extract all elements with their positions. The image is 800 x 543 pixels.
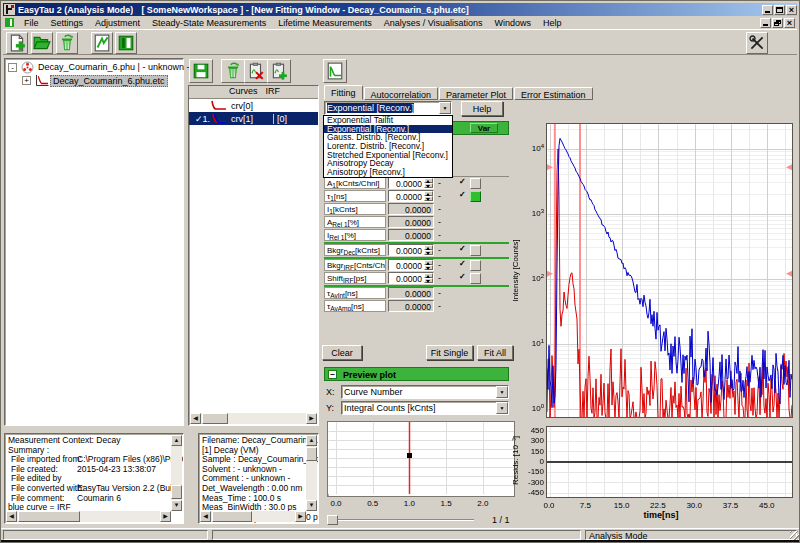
measurement-context-box[interactable]: Measurement Context: DecaySummary :File … [4,433,184,524]
spinner[interactable] [424,260,433,270]
tree-child-label[interactable]: Decay_Coumarin_6.phu.etc [50,75,168,87]
mdi-restore-button[interactable] [772,18,783,28]
curves-list[interactable]: Curves IRF crv[0]✓1.crv[1][0] ◀ ▶ [188,85,319,426]
param-link-button[interactable] [470,245,481,256]
delete-curve-button[interactable] [221,59,245,83]
param-link-button[interactable] [470,178,481,189]
scroll-right-icon[interactable]: ▶ [295,511,306,522]
scroll-up-icon[interactable]: ▲ [306,435,317,446]
decay-plot-canvas[interactable] [547,124,792,417]
param-value-field[interactable]: 0.0000 [388,259,434,271]
menu-windows[interactable]: Windows [489,17,538,29]
tree-root-row[interactable]: - Decay_Coumarin_6.phu | - unknown - [5,61,183,74]
residuals-plot-canvas[interactable] [547,427,792,497]
spin-down-icon[interactable] [424,196,433,201]
save-curve-button[interactable] [189,59,213,83]
mdi-close-button[interactable]: × [784,18,795,28]
fit-single-button[interactable]: Fit Single [426,345,473,360]
param-link-button[interactable] [470,191,481,202]
menu-steady-state-measurements[interactable]: Steady-State Measurements [146,17,272,29]
param-link-button[interactable] [470,260,481,271]
scroll-right-icon[interactable]: ▶ [160,511,171,522]
param-link-button[interactable] [470,273,481,284]
context-vertical-scrollbar[interactable]: ▲ ▼ [171,435,182,511]
chevron-down-icon[interactable]: ▼ [496,386,508,398]
chevron-down-icon[interactable]: ▼ [439,102,451,114]
fitting-window-button[interactable] [323,59,347,83]
file-info-box[interactable]: Filename: Decay_Coumarin_6.phu.e[1] Deca… [198,433,319,524]
slider-thumb[interactable] [327,515,338,525]
new-workspace-button[interactable] [6,32,28,54]
menu-lifetime-measurements[interactable]: Lifetime Measurements [272,17,378,29]
collapse-section-icon[interactable]: − [328,370,337,379]
menu-file[interactable]: File [18,17,45,29]
tab-autocorrelation[interactable]: Autocorrelation [364,87,439,100]
model-combobox[interactable]: Exponential [Reconv.] ▼ [324,101,452,115]
preview-plot-canvas[interactable] [328,422,514,494]
spinner[interactable] [424,191,433,201]
menu-analyses-visualisations[interactable]: Analyses / Visualisations [378,17,489,29]
spinner[interactable] [424,178,433,188]
spin-down-icon[interactable] [424,278,433,283]
scroll-down-icon[interactable]: ▼ [306,500,317,511]
minimize-button[interactable] [762,5,773,15]
tree-root-label[interactable]: Decay_Coumarin_6.phu | - unknown - [36,62,191,72]
open-workspace-button[interactable] [31,32,53,54]
param-vary-checkbox[interactable]: ✓ [459,190,469,199]
curve-row-0[interactable]: crv[0] [189,99,318,112]
new-analysis-button[interactable] [91,32,113,54]
scroll-down-icon[interactable]: ▼ [171,500,182,511]
file-vertical-scrollbar[interactable]: ▲ ▼ [306,435,317,511]
scroll-left-icon[interactable]: ◀ [200,511,211,522]
scroll-up-icon[interactable]: ▲ [171,435,182,446]
spin-down-icon[interactable] [424,183,433,188]
param-value-field[interactable]: 0.0000 [388,244,434,256]
menu-settings[interactable]: Settings [45,17,90,29]
clear-button[interactable]: Clear [322,345,362,360]
param-value-field[interactable]: 0.0000 [388,272,434,284]
scroll-right-icon[interactable]: ▶ [306,413,317,424]
clipboard-add-button[interactable] [267,59,291,83]
delete-button[interactable] [56,32,78,54]
help-button[interactable]: Help [461,101,503,116]
spinner[interactable] [424,245,433,255]
context-horizontal-scrollbar[interactable]: ◀ ▶ [6,511,171,522]
scroll-left-icon[interactable]: ◀ [190,413,201,424]
param-vary-checkbox[interactable]: ✓ [459,177,469,186]
tab-fitting[interactable]: Fitting [324,85,363,100]
expand-expander-icon[interactable]: + [22,76,31,85]
chevron-down-icon[interactable]: ▼ [496,402,508,414]
param-vary-checkbox[interactable]: ✓ [459,272,469,281]
spin-down-icon[interactable] [424,250,433,255]
clipboard-remove-button[interactable] [244,59,268,83]
spin-down-icon[interactable] [424,265,433,270]
menu-help[interactable]: Help [537,17,568,29]
preview-x-combobox[interactable]: Curve Number ▼ [341,385,509,399]
tools-button[interactable] [746,32,768,54]
file-horizontal-scrollbar[interactable]: ◀ ▶ [200,511,306,522]
resize-grip[interactable] [790,531,799,540]
fit-all-button[interactable]: Fit All [477,345,513,360]
param-value-field[interactable]: 0.0000 [388,190,434,202]
collapse-expander-icon[interactable]: - [8,63,17,72]
param-value-field[interactable]: 0.0000 [388,177,434,189]
curve-checkbox[interactable]: ✓1. [189,114,211,124]
scroll-left-icon[interactable]: ◀ [6,511,17,522]
curves-horizontal-scrollbar[interactable]: ◀ ▶ [190,413,317,424]
model-dropdown-list[interactable]: Exponential TailfitExponential [Reconv.]… [323,115,453,178]
model-option-anisotropy-reconv[interactable]: Anisotropy [Reconv.] [324,168,452,177]
tree-child-row[interactable]: + Decay_Coumarin_6.phu.etc [5,74,183,87]
mdi-minimize-button[interactable] [760,18,771,28]
maximize-button[interactable] [774,5,785,15]
menu-adjustment[interactable]: Adjustment [89,17,146,29]
param-vary-checkbox[interactable]: ✓ [459,244,469,253]
workspace-tree[interactable]: - Decay_Coumarin_6.phu | - unknown - + D… [4,58,184,426]
param-vary-checkbox[interactable]: ✓ [459,259,469,268]
tab-parameter-plot[interactable]: Parameter Plot [439,87,513,100]
preview-y-combobox[interactable]: Integral Counts [kCnts] ▼ [341,401,509,415]
curve-row-1[interactable]: ✓1.crv[1][0] [189,112,318,125]
slider-track[interactable] [327,519,474,521]
import-data-button[interactable] [115,32,137,54]
title-bar[interactable]: EasyTau 2 (Analysis Mode) [ SomeNewWorks… [3,3,797,16]
spinner[interactable] [424,273,433,283]
